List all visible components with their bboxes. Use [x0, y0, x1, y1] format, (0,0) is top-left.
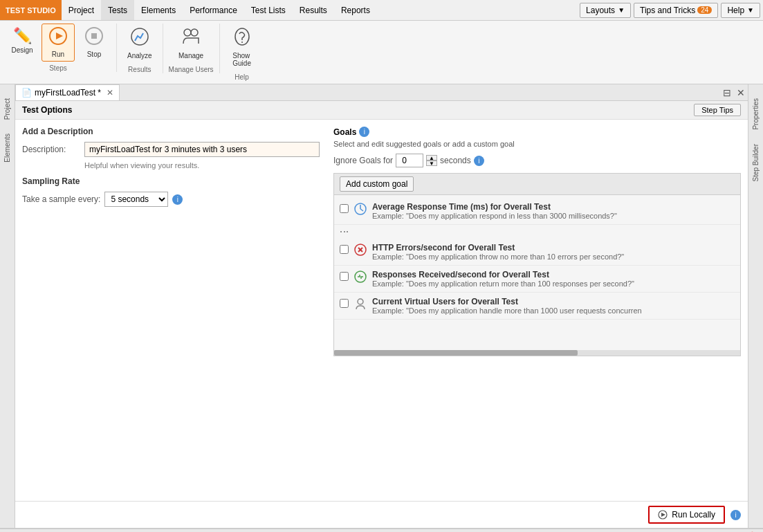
svg-point-6: [191, 29, 198, 36]
menu-results[interactable]: Results: [293, 0, 334, 20]
menu-tests[interactable]: Tests: [101, 0, 134, 20]
virtual-users-icon: [353, 297, 368, 314]
goal-checkbox-http-errors[interactable]: [340, 245, 349, 254]
toolbar-group-guide: ShowGuide Help: [220, 24, 264, 81]
goals-title: Goals: [333, 127, 356, 137]
toolbar-show-guide-btn[interactable]: ShowGuide: [226, 24, 259, 71]
goal-item-avg-response: Average Response Time (ms) for Overall T…: [334, 198, 740, 225]
sidebar-item-step-builder[interactable]: Step Builder: [752, 137, 760, 188]
description-input[interactable]: [84, 142, 320, 157]
goal-name-responses: Responses Received/second for Overall Te…: [372, 270, 735, 279]
tab-file-icon: 📄: [21, 88, 32, 98]
goal-item-responses: Responses Received/second for Overall Te…: [334, 266, 740, 293]
svg-marker-1: [56, 33, 63, 39]
goals-description: Select and edit suggested goals or add a…: [333, 140, 741, 148]
goal-item-virtual-users: Current Virtual Users for Overall Test E…: [334, 293, 740, 320]
panel-title: Test Options: [22, 105, 72, 115]
run-icon: [49, 27, 67, 49]
seconds-info-icon[interactable]: i: [474, 156, 484, 166]
goal-text-http-errors: HTTP Errors/second for Overall Test Exam…: [372, 243, 735, 261]
goal-checkbox-virtual-users[interactable]: [340, 299, 349, 308]
toolbar-stop-btn[interactable]: Stop: [77, 24, 111, 62]
help-chevron: ▼: [747, 6, 754, 14]
top-bar: TEST STUDIO Project Tests Elements Perfo…: [0, 0, 763, 21]
spin-down-btn[interactable]: ▼: [426, 160, 437, 166]
toolbar-manage-items: Manage: [174, 24, 208, 63]
description-section-title: Add a Description: [22, 127, 320, 136]
goal-example-http-errors: Example: "Does my application throw no m…: [372, 253, 735, 261]
menu-performance[interactable]: Performance: [183, 0, 244, 20]
panel-close-btn[interactable]: ✕: [734, 87, 748, 98]
output-header: OUTPUT ⧉ 📌: [0, 529, 763, 532]
goals-toolbar: Add custom goal: [334, 174, 740, 195]
toolbar-results-items: Analyze: [122, 24, 157, 63]
toolbar-analyze-btn[interactable]: Analyze: [122, 24, 157, 63]
goal-example-responses: Example: "Does my application return mor…: [372, 279, 735, 288]
add-custom-goal-btn[interactable]: Add custom goal: [340, 176, 414, 192]
goal-example-virtual-users: Example: "Does my application handle mor…: [372, 306, 735, 315]
goal-checkbox-avg-response[interactable]: [340, 204, 349, 213]
svg-marker-19: [661, 513, 665, 517]
svg-point-15: [355, 271, 366, 282]
menu-reports[interactable]: Reports: [334, 0, 377, 20]
responses-icon: [353, 270, 368, 287]
ignore-goals-input[interactable]: [396, 154, 423, 167]
goal-checkbox-responses[interactable]: [340, 272, 349, 281]
menu-project[interactable]: Project: [62, 0, 101, 20]
left-column: Add a Description Description: Helpful w…: [22, 127, 320, 494]
panel-header: Test Options Step Tips: [15, 101, 748, 120]
toolbar-design-btn[interactable]: ✏️ Design: [6, 24, 39, 62]
goals-scrollbar-thumb: [334, 350, 578, 356]
sampling-select[interactable]: 5 seconds 10 seconds 30 seconds 1 minute: [104, 192, 168, 207]
dots-menu[interactable]: ⋮: [337, 225, 352, 239]
layouts-chevron: ▼: [618, 6, 625, 14]
menu-elements[interactable]: Elements: [134, 0, 183, 20]
avg-response-icon: [353, 202, 368, 219]
tab-dropdown-btn[interactable]: ⊟: [720, 87, 734, 98]
sampling-section: Sampling Rate Take a sample every: 5 sec…: [22, 176, 320, 207]
steps-group-label: Steps: [49, 64, 67, 72]
design-label: Design: [11, 46, 33, 54]
run-locally-info-icon[interactable]: i: [730, 510, 741, 520]
run-locally-label: Run Locally: [672, 510, 715, 520]
content-area: 📄 myFirstLoadTest * ✕ ⊟ ✕ Test Options S…: [15, 84, 748, 528]
output-panel: OUTPUT ⧉ 📌 Syntax Errors Compiler Source…: [0, 528, 763, 532]
toolbar-group-results: Analyze Results: [117, 24, 163, 73]
sidebar-item-project[interactable]: Project: [3, 91, 11, 127]
tab-myfirstloadtest[interactable]: 📄 myFirstLoadTest * ✕: [15, 84, 120, 100]
toolbar-guide-items: ShowGuide: [226, 24, 259, 71]
toolbar-steps-items: ✏️ Design Run St: [6, 24, 111, 62]
help-button[interactable]: Help ▼: [721, 3, 760, 18]
goals-info-icon[interactable]: i: [359, 127, 369, 137]
tab-close-btn[interactable]: ✕: [107, 88, 113, 98]
panel-wrapper: Test Options Step Tips Add a Description…: [15, 101, 748, 528]
top-right-actions: Layouts ▼ Tips and Tricks 24 Help ▼: [580, 3, 760, 18]
show-guide-icon: [232, 27, 252, 51]
goals-scrollbar[interactable]: [334, 350, 740, 356]
sidebar-item-properties[interactable]: Properties: [752, 91, 760, 137]
tab-bar: 📄 myFirstLoadTest * ✕ ⊟ ✕: [15, 84, 748, 101]
manage-icon: [181, 27, 201, 51]
stop-icon: [85, 27, 103, 49]
step-tips-button[interactable]: Step Tips: [694, 104, 741, 116]
menu-testlists[interactable]: Test Lists: [244, 0, 293, 20]
goal-name-virtual-users: Current Virtual Users for Overall Test: [372, 297, 735, 306]
svg-point-8: [241, 42, 243, 43]
description-hint: Helpful when viewing your results.: [84, 161, 320, 169]
sampling-info-icon[interactable]: i: [172, 194, 183, 205]
goals-list: Average Response Time (ms) for Overall T…: [334, 195, 740, 347]
description-label: Description:: [22, 145, 84, 154]
run-locally-button[interactable]: Run Locally: [648, 506, 725, 524]
svg-rect-3: [91, 33, 97, 39]
toolbar-group-manage: Manage Manage Users: [163, 24, 220, 73]
sidebar-item-elements[interactable]: Elements: [3, 127, 11, 169]
tips-tricks-button[interactable]: Tips and Tricks 24: [634, 3, 718, 18]
layouts-button[interactable]: Layouts ▼: [580, 3, 631, 18]
right-column: Goals i Select and edit suggested goals …: [333, 127, 741, 494]
goal-name-avg-response: Average Response Time (ms) for Overall T…: [372, 202, 735, 212]
toolbar-manage-btn[interactable]: Manage: [174, 24, 208, 63]
analyze-label: Analyze: [127, 52, 152, 59]
seconds-label: seconds: [440, 156, 471, 165]
right-sidebar: Properties Step Builder: [748, 84, 763, 528]
toolbar-run-btn[interactable]: Run: [42, 24, 75, 62]
